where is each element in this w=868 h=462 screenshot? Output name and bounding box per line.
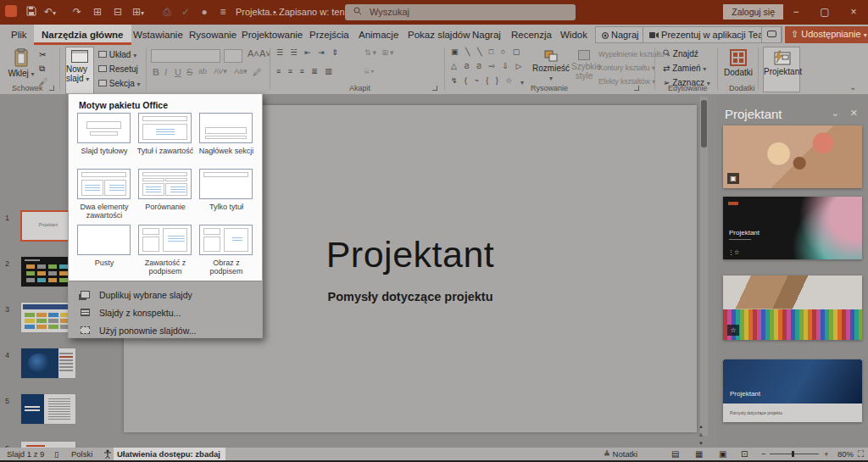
design-suggestion-2[interactable]: Projektant ⋮☆ — [723, 197, 862, 259]
accessibility-icon — [103, 448, 112, 460]
title-bar: ↶▾ ↷ ⊞ ⊟ ⊞▾ ⎙ ✓ ● ≡ Projekta... • Zapisa… — [0, 0, 868, 25]
tab-nagraj[interactable]: Nagraj — [465, 25, 509, 45]
maximize-button[interactable]: ▢ — [810, 0, 839, 25]
status-bar: Slajd 1 z 9 ▯ Polski Ułatwienia dostępu:… — [0, 448, 868, 460]
sign-in-button[interactable]: Zaloguj się — [723, 4, 783, 19]
undo-icon[interactable]: ↶▾ — [42, 6, 58, 18]
save-icon[interactable] — [24, 6, 39, 19]
design-suggestion-3[interactable]: ☆ — [723, 276, 862, 340]
splitter-icon[interactable]: ≜ — [698, 432, 703, 438]
layout-option-two-content[interactable] — [77, 169, 131, 199]
search-input[interactable]: Wyszukaj — [345, 4, 576, 20]
comments-button[interactable] — [761, 26, 782, 43]
clipboard-dialog-launcher[interactable] — [49, 86, 54, 91]
comment-icon — [767, 31, 776, 37]
zoom-out-icon[interactable]: − — [761, 448, 766, 460]
font-name-input[interactable] — [151, 49, 220, 63]
layout-option-title-slide[interactable] — [77, 113, 131, 143]
panel-options-chevron-icon[interactable]: ⌄ — [832, 108, 839, 119]
find-icon — [663, 49, 670, 58]
tab-narzedzia-glowne[interactable]: Narzędzia główne — [34, 25, 131, 45]
layout-menu-commands: Duplikuj wybrane slajdy Slajdy z konspek… — [69, 281, 262, 337]
tab-projektowanie[interactable]: Projektowanie — [234, 25, 310, 45]
find-button[interactable]: Znajdź — [663, 49, 698, 58]
slide-thumbnail-5[interactable] — [20, 393, 76, 425]
tab-przejscia[interactable]: Przejścia — [302, 25, 357, 45]
slide-thumbnail-4[interactable] — [20, 348, 76, 379]
layout-option-comparison[interactable] — [138, 169, 192, 199]
section-button[interactable]: Sekcja ▾ — [98, 79, 141, 88]
slide-sorter-view-icon[interactable]: ▦ — [695, 448, 703, 460]
layout-option-section-header[interactable] — [199, 113, 253, 143]
layout-option-title-content[interactable] — [138, 113, 192, 143]
layout-option-title-only[interactable] — [199, 169, 253, 199]
notes-icon: ≜ — [604, 449, 610, 459]
language-indicator[interactable]: Polski — [71, 448, 92, 460]
close-button[interactable]: × — [839, 0, 868, 25]
grow-font-icon[interactable]: A˄ — [248, 48, 259, 58]
previous-slide-icon[interactable]: ▲ — [698, 424, 704, 429]
redo-icon[interactable]: ↷ — [70, 6, 85, 18]
thumb-art — [59, 353, 73, 354]
share-button[interactable]: ⇧ Udostępnianie ▾ — [785, 26, 868, 43]
design-star-icon: ⋮☆ — [728, 249, 739, 256]
thumb-art — [25, 259, 40, 261]
cut-icon[interactable]: ✂ — [39, 50, 46, 59]
reset-button[interactable]: Resetuj — [98, 64, 138, 74]
layout-option-content-caption[interactable] — [138, 225, 192, 255]
menu-item-duplicate-slides[interactable]: Duplikuj wybrane slajdy — [69, 287, 262, 303]
shapes-gallery-more-icon[interactable]: ▾ — [520, 79, 524, 86]
normal-view-icon[interactable]: ▤ — [671, 448, 679, 460]
design-suggestion-1[interactable]: ▣ — [723, 125, 862, 188]
list-buttons-row[interactable]: ☰ ☱ ⇤ ⇥ ⇕ — [276, 48, 341, 57]
zoom-slider-knob[interactable] — [792, 451, 794, 457]
smartart-convert-row: ⌸▾ — [364, 67, 376, 76]
slide-show-icon[interactable]: ⊞▾ — [131, 6, 146, 18]
shapes-gallery-row-2[interactable]: △ Ϩ Ϩ ⇨ ⇩ ▷ — [451, 62, 524, 70]
start-from-beginning-icon[interactable]: ⊞ — [90, 6, 105, 18]
display-settings-icon[interactable]: ▯ — [54, 448, 58, 460]
drawing-dialog-launcher[interactable] — [634, 86, 639, 91]
grid-view-icon[interactable]: ⊟ — [110, 6, 125, 18]
fit-to-window-icon[interactable]: ⛶ — [858, 448, 864, 460]
copy-icon[interactable]: ⧉ — [39, 64, 45, 74]
menu-item-reuse-slides[interactable]: Użyj ponownie slajdów... — [69, 322, 262, 339]
layout-option-blank[interactable] — [77, 225, 131, 255]
zoom-level[interactable]: 80% — [837, 448, 854, 460]
panel-close-icon[interactable]: ✕ — [850, 108, 858, 119]
slideshow-view-icon[interactable]: ⊡ — [741, 448, 748, 460]
designer-button[interactable]: Projektant — [763, 47, 800, 92]
notes-toggle[interactable]: ≜ Notatki — [604, 448, 637, 460]
slide-number: 2 — [5, 259, 9, 268]
layout-button[interactable]: Układ ▾ — [98, 50, 136, 59]
shapes-gallery-row-1[interactable]: ▣ ╲ ╲ □ ○ ▢ — [451, 47, 522, 56]
design-suggestion-4[interactable]: Projektant Pomysły dotyczące projektu — [723, 359, 862, 422]
tab-recenzja[interactable]: Recenzja — [504, 25, 559, 45]
collapse-ribbon-icon[interactable]: ⌄ — [849, 82, 856, 92]
tab-animacje[interactable]: Animacje — [351, 25, 406, 45]
paste-button[interactable]: Wklej ▾ — [7, 48, 36, 79]
next-slide-icon[interactable]: ▼ — [698, 441, 704, 446]
record-button[interactable]: Nagraj — [595, 26, 645, 43]
scrollbar-thumb[interactable] — [701, 100, 707, 148]
menu-item-slides-from-outline[interactable]: Slajdy z konspektu... — [69, 304, 262, 321]
thumb-art — [729, 239, 751, 240]
accessibility-status[interactable]: Ułatwienia dostępu: zbadaj — [114, 448, 225, 460]
minimize-button[interactable]: − — [782, 0, 810, 25]
text-shadow-icon: ab — [198, 67, 207, 75]
layout-option-picture-caption[interactable] — [199, 225, 253, 255]
zoom-in-icon[interactable]: + — [824, 448, 829, 460]
addins-button[interactable]: Dodatki — [724, 49, 753, 77]
vertical-scrollbar[interactable] — [700, 97, 708, 436]
shapes-gallery-row-3[interactable]: ↯ ( ~ { } ☆ — [451, 76, 515, 85]
replace-button[interactable]: ⇄ Zamień ▾ — [663, 64, 706, 73]
font-size-input[interactable] — [224, 49, 242, 63]
paragraph-dialog-launcher[interactable] — [432, 86, 437, 91]
new-slide-button[interactable]: Nowy slajd ▾ — [65, 47, 94, 94]
arrange-button[interactable]: Rozmieść▾ — [532, 50, 570, 83]
tab-plik[interactable]: Plik — [3, 25, 35, 45]
alignment-buttons-row[interactable]: ≡ ≡ ≡ ≣ ▥ — [276, 67, 335, 75]
reading-view-icon[interactable]: ▣ — [719, 448, 726, 460]
tab-widok[interactable]: Widok — [553, 25, 595, 45]
customize-qat-icon[interactable]: ≡ — [215, 6, 231, 18]
